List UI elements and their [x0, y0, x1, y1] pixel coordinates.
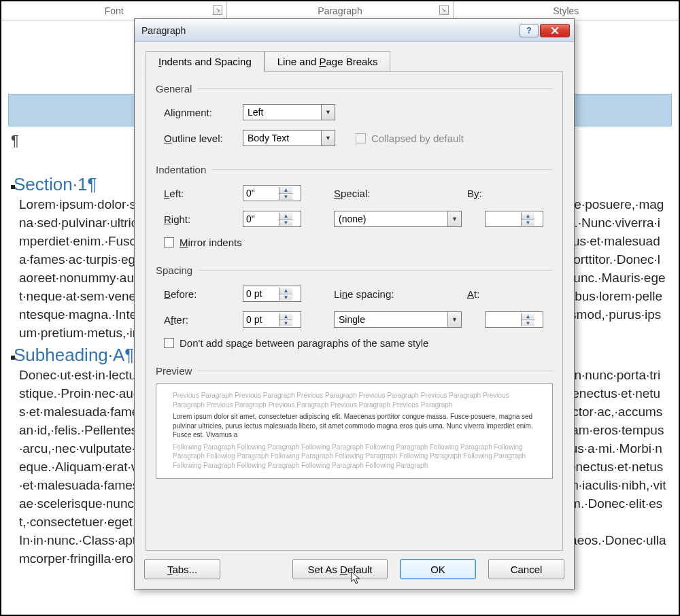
dialog-title: Paragraph	[141, 25, 186, 36]
ribbon-group-font: Font ↘	[1, 1, 227, 20]
after-input[interactable]	[243, 314, 279, 325]
checkbox-icon	[164, 237, 174, 247]
by-label: By:	[467, 188, 494, 199]
spin-up-icon[interactable]: ▲	[522, 313, 534, 320]
spin-up-icon[interactable]: ▲	[522, 213, 534, 220]
group-indentation: Indentation	[156, 164, 553, 175]
pilcrow-mark: ¶	[11, 132, 19, 150]
tab-line-page-breaks[interactable]: Line and Page Breaks	[265, 51, 391, 72]
alignment-label: Alignment:	[164, 107, 237, 118]
cancel-button[interactable]: Cancel	[488, 559, 564, 579]
ribbon-group-paragraph: Paragraph ↘	[227, 1, 453, 20]
mirror-indents-checkbox[interactable]: Mirror indents	[164, 237, 242, 248]
line-spacing-combo[interactable]: Single ▼	[334, 311, 462, 328]
chevron-down-icon: ▼	[321, 131, 335, 146]
indent-left-input[interactable]	[243, 188, 279, 199]
ribbon-group-styles: Styles	[454, 1, 679, 20]
group-general: General	[156, 83, 553, 95]
at-spinner[interactable]: ▲▼	[485, 311, 543, 328]
preview-sample: Lorem ipsum dolor sit amet, consectetuer…	[173, 412, 536, 440]
outline-level-label: Outline level:	[164, 133, 237, 144]
close-icon	[551, 27, 559, 35]
tabs-button[interactable]: Tabs...	[144, 559, 220, 579]
checkbox-icon	[164, 338, 174, 348]
indent-left-label: Left:	[164, 188, 237, 199]
paragraph-dialog: Paragraph ? Indents and Spacing Line and…	[134, 18, 575, 589]
spin-down-icon[interactable]: ▼	[522, 320, 534, 326]
tab-panel: General Alignment: Left ▼ Outline level:…	[146, 71, 563, 551]
collapsed-checkbox: Collapsed by default	[356, 133, 464, 144]
chevron-down-icon: ▼	[447, 211, 461, 226]
no-space-same-style-checkbox[interactable]: Don't add space between paragraphs of th…	[164, 337, 428, 349]
chevron-down-icon: ▼	[321, 105, 335, 120]
spin-down-icon[interactable]: ▼	[279, 220, 292, 226]
dialog-launcher-icon[interactable]: ↘	[439, 5, 449, 15]
by-input[interactable]	[486, 213, 521, 224]
dialog-tabs: Indents and Spacing Line and Page Breaks	[146, 50, 563, 71]
indent-right-spinner[interactable]: ▲▼	[243, 211, 301, 227]
outline-level-combo[interactable]: Body Text ▼	[243, 130, 335, 146]
ribbon: Font ↘ Paragraph ↘ Styles	[1, 1, 679, 20]
after-label: After:	[164, 314, 237, 326]
spin-down-icon[interactable]: ▼	[279, 294, 292, 301]
tab-indents-spacing[interactable]: Indents and Spacing	[146, 51, 265, 72]
spin-up-icon[interactable]: ▲	[279, 213, 292, 220]
line-spacing-label: Line spacing:	[334, 288, 407, 300]
ribbon-label: Font	[105, 5, 124, 16]
indent-right-input[interactable]	[243, 213, 279, 224]
alignment-combo[interactable]: Left ▼	[243, 104, 335, 120]
checkbox-icon	[356, 133, 366, 143]
spin-down-icon[interactable]: ▼	[279, 320, 292, 326]
spin-up-icon[interactable]: ▲	[279, 187, 292, 194]
before-label: Before:	[164, 288, 237, 300]
ribbon-label: Styles	[553, 5, 579, 16]
list-bullet	[11, 185, 15, 189]
ribbon-label: Paragraph	[318, 5, 362, 16]
preview-box: Previous Paragraph Previous Paragraph Pr…	[156, 383, 553, 479]
indent-left-spinner[interactable]: ▲▼	[243, 185, 301, 201]
special-label: Special:	[334, 188, 383, 199]
spin-up-icon[interactable]: ▲	[279, 313, 292, 320]
before-spinner[interactable]: ▲▼	[243, 286, 301, 302]
spin-down-icon[interactable]: ▼	[522, 220, 534, 226]
dialog-launcher-icon[interactable]: ↘	[213, 5, 222, 15]
at-input[interactable]	[486, 314, 521, 325]
set-as-default-button[interactable]: Set As Default	[292, 559, 388, 579]
chevron-down-icon: ▼	[447, 312, 461, 327]
spin-up-icon[interactable]: ▲	[279, 288, 292, 294]
after-spinner[interactable]: ▲▼	[243, 311, 301, 328]
special-combo[interactable]: (none) ▼	[334, 211, 462, 227]
dialog-titlebar[interactable]: Paragraph ?	[135, 19, 574, 42]
preview-following: Following Paragraph Following Paragraph …	[173, 443, 536, 470]
group-spacing: Spacing	[156, 264, 553, 276]
help-button[interactable]: ?	[520, 24, 539, 37]
ok-button[interactable]: OK	[400, 559, 476, 579]
group-preview: Preview	[156, 365, 553, 377]
preview-previous: Previous Paragraph Previous Paragraph Pr…	[173, 391, 536, 409]
dialog-button-bar: Tabs... Set As Default OK Cancel	[135, 551, 574, 589]
list-bullet	[11, 356, 15, 360]
by-spinner[interactable]: ▲▼	[485, 211, 543, 227]
spin-down-icon[interactable]: ▼	[279, 194, 292, 200]
indent-right-label: Right:	[164, 213, 237, 225]
before-input[interactable]	[243, 288, 279, 299]
close-button[interactable]	[540, 24, 570, 37]
at-label: At:	[467, 288, 494, 300]
